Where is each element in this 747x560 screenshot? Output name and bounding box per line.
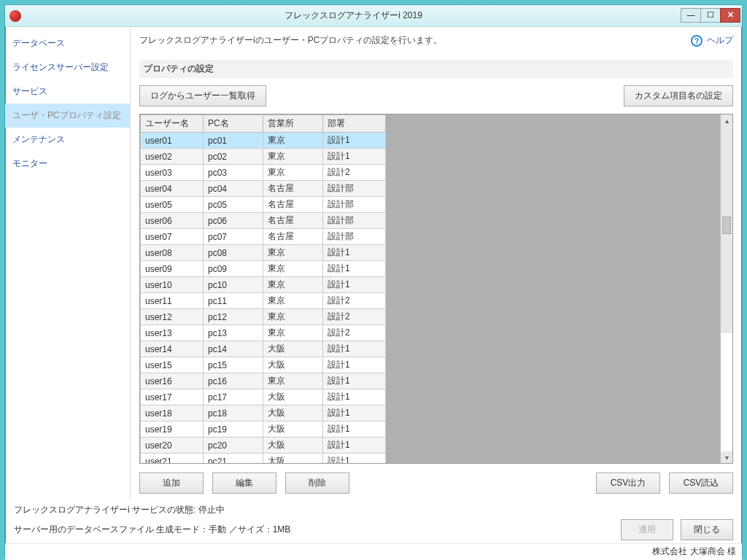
cell-pc: pc11 <box>204 293 263 309</box>
cell-pc: pc21 <box>204 454 263 464</box>
cell-office: 東京 <box>263 261 323 277</box>
table-row[interactable]: user01pc01東京設計1 <box>141 133 386 149</box>
csv-import-button[interactable]: CSV読込 <box>669 472 733 494</box>
cell-dept: 設計1 <box>323 389 386 405</box>
cell-office: 東京 <box>263 309 323 325</box>
app-icon <box>9 10 21 22</box>
column-header[interactable]: PC名 <box>204 115 263 133</box>
cell-user: user15 <box>141 357 204 373</box>
sidebar-item-monitor[interactable]: モニター <box>5 152 130 176</box>
add-button[interactable]: 追加 <box>139 472 204 494</box>
table-row[interactable]: user15pc15大阪設計1 <box>141 357 386 373</box>
cell-pc: pc18 <box>204 405 263 421</box>
table-row[interactable]: user16pc16東京設計1 <box>141 373 386 389</box>
cell-pc: pc05 <box>204 197 263 213</box>
column-header[interactable]: 部署 <box>323 115 386 133</box>
cell-user: user18 <box>141 405 204 421</box>
minimize-button[interactable]: — <box>681 8 701 23</box>
table-row[interactable]: user18pc18大阪設計1 <box>141 405 386 421</box>
cell-dept: 設計1 <box>323 454 386 464</box>
column-header[interactable]: ユーザー名 <box>141 115 204 133</box>
edit-button[interactable]: 編集 <box>212 472 276 494</box>
table-row[interactable]: user14pc14大阪設計1 <box>141 341 386 357</box>
table-row[interactable]: user17pc17大阪設計1 <box>141 389 386 405</box>
table-row[interactable]: user02pc02東京設計1 <box>141 149 386 165</box>
sidebar-item-license-server[interactable]: ライセンスサーバー設定 <box>5 55 130 79</box>
cell-dept: 設計部 <box>323 197 386 213</box>
cell-pc: pc07 <box>204 229 263 245</box>
table-row[interactable]: user07pc07名古屋設計部 <box>141 229 386 245</box>
maximize-button[interactable]: ☐ <box>700 8 721 23</box>
cell-user: user14 <box>141 341 204 357</box>
close-button[interactable]: ✕ <box>720 8 740 23</box>
cell-user: user09 <box>141 261 204 277</box>
cell-dept: 設計1 <box>323 261 386 277</box>
close-icon: ✕ <box>727 11 734 19</box>
scroll-thumb[interactable] <box>722 217 731 234</box>
import-from-log-button[interactable]: ログからユーザー一覧取得 <box>139 85 266 106</box>
cell-user: user13 <box>141 325 204 341</box>
cell-user: user11 <box>141 293 204 309</box>
company-label: 株式会社 大塚商会 様 <box>5 543 742 560</box>
custom-column-names-button[interactable]: カスタム項目名の設定 <box>624 85 733 106</box>
column-header[interactable]: 営業所 <box>263 115 323 133</box>
cell-user: user12 <box>141 309 204 325</box>
table-row[interactable]: user12pc12東京設計2 <box>141 309 386 325</box>
sidebar-item-user-pc-property[interactable]: ユーザ・PCプロパティ設定 <box>5 104 130 128</box>
sidebar-item-database[interactable]: データベース <box>5 31 130 55</box>
table-row[interactable]: user06pc06名古屋設計部 <box>141 213 386 229</box>
cell-office: 名古屋 <box>263 229 323 245</box>
cell-office: 名古屋 <box>263 181 323 197</box>
cell-dept: 設計1 <box>323 438 386 454</box>
cell-office: 東京 <box>263 133 323 149</box>
cell-office: 大阪 <box>263 454 323 464</box>
cell-user: user17 <box>141 389 204 405</box>
cell-pc: pc19 <box>204 421 263 438</box>
table-row[interactable]: user11pc11東京設計2 <box>141 293 386 309</box>
service-status-text: フレックスログアナライザーi サービスの状態: 停止中 <box>14 504 225 516</box>
table-row[interactable]: user09pc09東京設計1 <box>141 261 386 277</box>
cell-user: user06 <box>141 213 204 229</box>
table-row[interactable]: user20pc20大阪設計1 <box>141 438 386 454</box>
cell-pc: pc04 <box>204 181 263 197</box>
cell-pc: pc13 <box>204 325 263 341</box>
close-settings-button[interactable]: 閉じる <box>681 519 733 540</box>
table-row[interactable]: user19pc19大阪設計1 <box>141 421 386 438</box>
table-row[interactable]: user08pc08東京設計1 <box>141 245 386 261</box>
main-panel: フレックスログアナライザーiのユーザー・PCプロパティの設定を行います。 ? ヘ… <box>131 27 742 499</box>
help-link[interactable]: ? ヘルプ <box>691 34 733 47</box>
table-row[interactable]: user03pc03東京設計2 <box>141 165 386 181</box>
cell-pc: pc17 <box>204 389 263 405</box>
csv-export-button[interactable]: CSV出力 <box>596 472 660 494</box>
table-row[interactable]: user10pc10東京設計1 <box>141 277 386 293</box>
table-row[interactable]: user21pc21大阪設計1 <box>141 454 386 464</box>
cell-user: user10 <box>141 277 204 293</box>
cell-dept: 設計1 <box>323 277 386 293</box>
cell-pc: pc10 <box>204 277 263 293</box>
titlebar[interactable]: フレックスログアナライザーi 2019 — ☐ ✕ <box>5 5 742 27</box>
scroll-down-icon[interactable]: ▾ <box>721 451 732 463</box>
cell-dept: 設計1 <box>323 341 386 357</box>
cell-office: 大阪 <box>263 405 323 421</box>
delete-button[interactable]: 削除 <box>285 472 349 494</box>
cell-user: user07 <box>141 229 204 245</box>
cell-dept: 設計2 <box>323 309 386 325</box>
cell-office: 東京 <box>263 245 323 261</box>
vertical-scrollbar[interactable]: ▴ ▾ <box>720 114 732 463</box>
cell-pc: pc12 <box>204 309 263 325</box>
cell-user: user05 <box>141 197 204 213</box>
cell-dept: 設計部 <box>323 181 386 197</box>
cell-dept: 設計1 <box>323 373 386 389</box>
minimize-icon: — <box>687 11 695 19</box>
table-row[interactable]: user13pc13東京設計2 <box>141 325 386 341</box>
table-row[interactable]: user05pc05名古屋設計部 <box>141 197 386 213</box>
cell-dept: 設計1 <box>323 421 386 438</box>
scroll-up-icon[interactable]: ▴ <box>721 114 732 126</box>
sidebar-item-service[interactable]: サービス <box>5 79 130 104</box>
sidebar-item-maintenance[interactable]: メンテナンス <box>5 128 130 152</box>
cell-user: user04 <box>141 181 204 197</box>
table-row[interactable]: user04pc04名古屋設計部 <box>141 181 386 197</box>
cell-pc: pc09 <box>204 261 263 277</box>
cell-dept: 設計1 <box>323 133 386 149</box>
sidebar: データベース ライセンスサーバー設定 サービス ユーザ・PCプロパティ設定 メン… <box>5 27 131 499</box>
